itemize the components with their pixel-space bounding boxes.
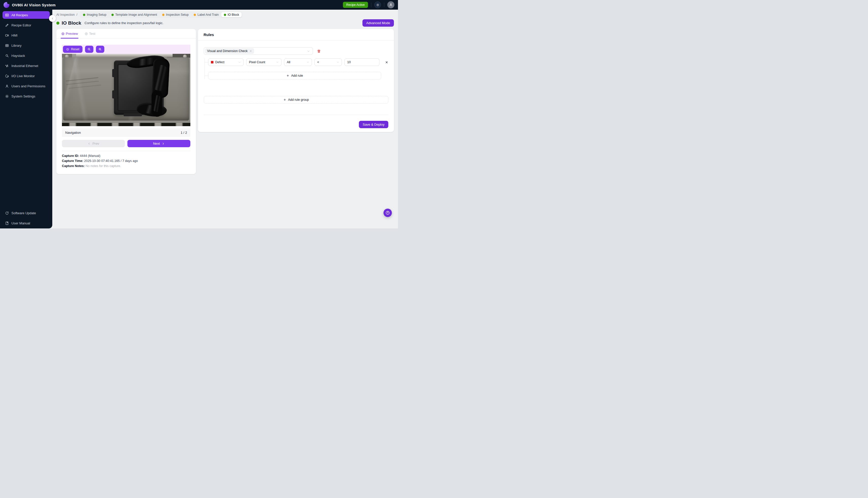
app-title: OV80i AI Vision System: [12, 3, 56, 7]
inspected-part: [114, 61, 164, 115]
step-nav: Imaging Setup Template Image and Alignme…: [80, 11, 242, 18]
rule-operator-select[interactable]: <: [314, 58, 342, 66]
sidebar-item-all-recipes[interactable]: All Recipes: [2, 11, 50, 19]
sidebar-collapse-button[interactable]: [49, 15, 56, 22]
status-dot: [224, 14, 226, 16]
rule-feature-select[interactable]: Pixel Count: [246, 58, 281, 66]
capture-info: Capture ID: 4444 (Manual) Capture Time: …: [62, 151, 190, 169]
sidebar-item-recipe-editor[interactable]: Recipe Editor: [2, 21, 50, 29]
sidebar-item-io-live-monitor[interactable]: I/O Live Monitor: [2, 72, 50, 80]
chevron-down-icon: [336, 61, 339, 64]
question-circle-icon: [385, 210, 390, 215]
sidebar-item-label: Recipe Editor: [11, 23, 31, 27]
main-content: AI Inspection / Imaging Setup Template I…: [52, 10, 398, 228]
chevron-left-icon: [51, 17, 54, 20]
advanced-mode-button[interactable]: Advanced Mode: [363, 19, 394, 27]
save-deploy-button[interactable]: Save & Deploy: [359, 121, 388, 128]
tab-test[interactable]: Test: [84, 29, 95, 38]
sidebar-item-hmi[interactable]: HMI: [2, 31, 50, 39]
step-inspection-setup[interactable]: Inspection Setup: [160, 12, 191, 17]
swap-arrows-icon: [5, 64, 9, 68]
add-rule-group-button[interactable]: Add rule group: [204, 96, 388, 104]
chevron-down-icon: [307, 50, 310, 53]
topbar-divider: [384, 2, 384, 7]
sidebar-item-label: System Settings: [11, 94, 35, 98]
sidebar-item-label: Users and Permissions: [11, 84, 45, 88]
sidebar-item-label: User Manual: [11, 221, 30, 225]
collapse-arrows-icon: [66, 48, 69, 51]
preview-tabs: Preview Test: [56, 29, 196, 39]
plus-icon: [286, 74, 289, 77]
step-label: Imaging Setup: [87, 13, 106, 16]
sidebar-item-users-permissions[interactable]: Users and Permissions: [2, 82, 50, 90]
zoom-in-button[interactable]: [96, 46, 104, 53]
sidebar-item-haystack[interactable]: Haystack: [2, 52, 50, 60]
step-template-alignment[interactable]: Template Image and Alignment: [109, 12, 160, 17]
rule-tree: Defect Pixel Count All: [205, 58, 388, 79]
tab-preview[interactable]: Preview: [61, 29, 78, 38]
next-button[interactable]: Next: [128, 140, 190, 147]
sidebar-item-industrial-ethernet[interactable]: Industrial Ethernet: [2, 62, 50, 69]
step-label: IO Block: [228, 13, 239, 16]
rules-panel: Rules Visual and Dimension Check: [198, 29, 394, 132]
chevron-down-icon: [276, 61, 279, 64]
rule-group-select[interactable]: Visual and Dimension Check: [204, 47, 313, 55]
help-button[interactable]: [383, 209, 392, 217]
tab-label: Test: [89, 32, 95, 36]
remove-tag-icon[interactable]: [249, 50, 252, 52]
sidebar-item-label: Haystack: [11, 54, 25, 57]
sidebar-item-library[interactable]: Library: [2, 42, 50, 49]
recipes-icon: [5, 13, 9, 17]
prev-button[interactable]: Prev: [62, 140, 125, 147]
rule-scope-select[interactable]: All: [284, 58, 312, 66]
prev-label: Prev: [92, 142, 99, 145]
sidebar-item-system-settings[interactable]: System Settings: [2, 92, 50, 100]
image-detail: [123, 113, 142, 116]
rules-title: Rules: [198, 29, 394, 41]
step-io-block[interactable]: IO Block: [221, 12, 241, 17]
zoom-in-icon: [98, 48, 102, 51]
sun-icon: [376, 3, 379, 6]
sidebar-item-label: HMI: [11, 34, 17, 37]
user-avatar[interactable]: [387, 1, 394, 8]
recipe-active-badge[interactable]: Recipe Active: [343, 2, 368, 8]
step-imaging-setup[interactable]: Imaging Setup: [80, 12, 109, 17]
target-icon: [61, 32, 65, 36]
capture-time-row: Capture Time: 2025-10-30 07:40:41.165 / …: [62, 159, 190, 164]
breadcrumb: AI Inspection / Imaging Setup Template I…: [52, 10, 398, 18]
chevron-down-icon: [306, 61, 310, 64]
reset-label: Reset: [71, 48, 79, 51]
rule-operator-value: <: [317, 61, 319, 64]
top-bar: OV80i AI Vision System Recipe Active: [0, 0, 398, 10]
status-dot: [162, 14, 165, 16]
chevron-left-icon: [88, 142, 91, 145]
app-logo-icon: [3, 2, 9, 8]
zoom-out-button[interactable]: [85, 46, 93, 53]
status-dot: [194, 14, 196, 16]
sidebar: All Recipes Recipe Editor HMI Library Ha…: [0, 10, 52, 228]
rule-class-select[interactable]: Defect: [208, 58, 244, 66]
reset-view-button[interactable]: Reset: [63, 46, 82, 53]
play-circle-icon: [84, 32, 88, 36]
rule-threshold-input[interactable]: [344, 58, 379, 66]
page-status-dot: [56, 22, 60, 25]
image-toolbar: Reset: [62, 45, 190, 54]
sidebar-item-software-update[interactable]: Software Update: [2, 209, 50, 217]
delete-rule-group-button[interactable]: [317, 49, 321, 53]
trash-icon: [317, 49, 321, 53]
status-dot: [83, 14, 85, 16]
defect-region: [152, 90, 162, 117]
theme-toggle-button[interactable]: [374, 1, 381, 8]
remove-rule-button[interactable]: [385, 61, 388, 64]
zoom-out-icon: [87, 48, 91, 51]
image-detail: [62, 123, 190, 126]
pencil-icon: [5, 23, 9, 27]
sidebar-item-user-manual[interactable]: User Manual: [2, 219, 50, 227]
add-rule-button[interactable]: Add rule: [208, 72, 381, 79]
inspection-image[interactable]: [62, 54, 190, 126]
rule-group-tag: Visual and Dimension Check: [205, 48, 254, 54]
sidebar-item-label: Industrial Ethernet: [11, 64, 38, 68]
chevron-right-icon: [162, 142, 165, 145]
rule-row: Defect Pixel Count All: [208, 58, 388, 66]
step-label-and-train[interactable]: Label And Train: [191, 12, 221, 17]
